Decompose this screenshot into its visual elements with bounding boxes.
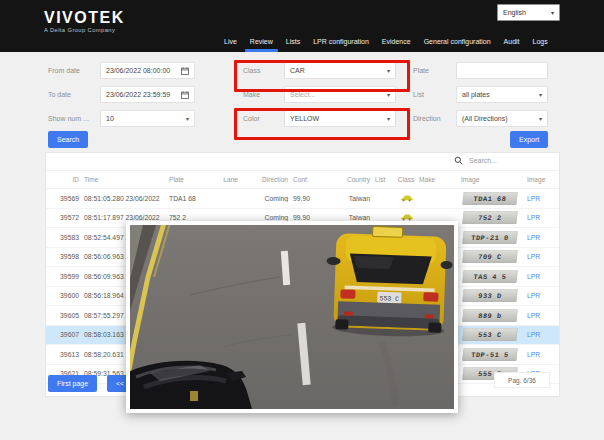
filter-col-dates: From date23/06/2022 08:00:00To date23/06… <box>48 62 195 134</box>
cell-plate-image: TDA1 68 <box>461 192 527 205</box>
cell-id: 39605 <box>46 312 84 319</box>
list-value: all plates <box>462 91 490 98</box>
cell-id: 39598 <box>46 253 84 260</box>
export-button[interactable]: Export <box>510 131 548 148</box>
lpr-link[interactable]: LPR <box>527 351 540 358</box>
color-value: YELLOW <box>290 115 319 122</box>
direction-value: (All Directions) <box>462 115 508 122</box>
cell-plate-image: 889 b <box>461 309 527 322</box>
table-header-row: IDTimePlateLaneDirectionConf.CountryList… <box>46 170 559 189</box>
list-select[interactable]: all plates▾ <box>456 86 548 103</box>
cell-plate-image: 933 D <box>461 289 527 302</box>
yellow-car-icon <box>393 194 419 203</box>
cell-lpr: LPR <box>527 351 560 358</box>
to-date-label: To date <box>48 91 100 98</box>
cell-plate-image: TAS 4 5 <box>461 270 527 283</box>
plate-crop-thumbnail[interactable]: TAS 4 5 <box>462 270 517 283</box>
to-date-value: 23/06/2022 23:59:59 <box>106 91 170 98</box>
cell-lpr: LPR <box>527 253 560 260</box>
calendar-icon[interactable] <box>181 91 189 99</box>
nav-tab-live[interactable]: Live <box>224 38 237 52</box>
lpr-link[interactable]: LPR <box>527 312 540 319</box>
yellow-taxi: 553 C <box>324 225 454 338</box>
lpr-link[interactable]: LPR <box>527 292 540 299</box>
road-snapshot-image: 553 C <box>130 225 454 409</box>
cell-id: 39569 <box>46 195 84 202</box>
color-select[interactable]: YELLOW▾ <box>284 110 396 127</box>
language-select[interactable]: English ▾ <box>497 4 560 21</box>
lpr-link[interactable]: LPR <box>527 214 540 221</box>
table-row[interactable]: 3956908:51:05.280 23/06/2022TDA1 68Comin… <box>46 189 559 209</box>
chevron-down-icon: ▾ <box>387 91 390 98</box>
col-header-direction: Direction <box>243 176 293 183</box>
col-header-class: Class <box>393 176 419 183</box>
col-header-time: Time <box>84 176 169 183</box>
calendar-icon[interactable] <box>181 67 189 75</box>
nav-tab-lpr-configuration[interactable]: LPR configuration <box>313 38 369 52</box>
brand-tagline: A Delta Group Company <box>44 27 125 33</box>
plate-crop-thumbnail[interactable]: TDP-21 0 <box>462 231 517 244</box>
lpr-link[interactable]: LPR <box>527 195 540 202</box>
from-date-label: From date <box>48 67 100 74</box>
taxi-plate-text: 553 C <box>379 295 399 303</box>
top-header: VIVOTEK A Delta Group Company English ▾ … <box>0 0 604 52</box>
lpr-link[interactable]: LPR <box>527 331 540 338</box>
plate-crop-thumbnail[interactable]: 889 b <box>462 309 517 322</box>
chevron-down-icon: ▾ <box>539 91 542 98</box>
brand-name: VIVOTEK <box>44 9 125 26</box>
nav-tab-logs[interactable]: Logs <box>533 38 548 52</box>
cell-id: 39599 <box>46 273 84 280</box>
cell-plate-image: TDP-51 5 <box>461 348 527 361</box>
class-value: CAR <box>290 67 305 74</box>
show-num-select[interactable]: 10▾ <box>100 110 195 127</box>
plate-input[interactable] <box>456 62 548 79</box>
from-date-value: 23/06/2022 08:00:00 <box>106 67 170 74</box>
table-search-input[interactable] <box>467 156 551 165</box>
plate-crop-thumbnail[interactable]: 709 C <box>462 250 517 263</box>
nav-tab-review[interactable]: Review <box>250 38 273 52</box>
cell-id: 39607 <box>46 331 84 338</box>
search-button[interactable]: Search <box>48 131 88 148</box>
lpr-review-app: VIVOTEK A Delta Group Company English ▾ … <box>0 0 604 440</box>
cell-id: 39600 <box>46 292 84 299</box>
table-search-bar <box>46 153 559 171</box>
cell-lpr: LPR <box>527 195 560 202</box>
page-indicator: Pag. 6/36 <box>494 372 550 388</box>
to-date-date-input[interactable]: 23/06/2022 23:59:59 <box>100 86 195 103</box>
filter-col-vehicle: ClassCAR▾MakeSelect...▾ColorYELLOW▾ <box>243 62 396 134</box>
lpr-link[interactable]: LPR <box>527 253 540 260</box>
cell-lpr: LPR <box>527 312 560 319</box>
from-date-date-input[interactable]: 23/06/2022 08:00:00 <box>100 62 195 79</box>
cell-plate-image: 553 C <box>461 328 527 341</box>
make-label: Make <box>243 91 284 98</box>
first-page-button[interactable]: First page <box>48 375 97 392</box>
search-icon <box>454 156 463 165</box>
chevron-down-icon: ▾ <box>186 115 189 122</box>
nav-tab-lists[interactable]: Lists <box>286 38 300 52</box>
lpr-link[interactable]: LPR <box>527 234 540 241</box>
plate-crop-thumbnail[interactable]: 752 2 <box>462 211 517 224</box>
col-header-lane: Lane <box>217 176 243 183</box>
plate-crop-thumbnail[interactable]: 933 D <box>462 289 517 302</box>
cell-lpr: LPR <box>527 214 560 221</box>
lpr-link[interactable]: LPR <box>527 273 540 280</box>
cell-time: 08:51:05.280 23/06/2022 <box>84 195 169 202</box>
nav-tab-general-configuration[interactable]: General configuration <box>424 38 491 52</box>
list-label: List <box>413 91 456 98</box>
direction-select[interactable]: (All Directions)▾ <box>456 110 548 127</box>
cell-direction: Coming <box>243 195 293 202</box>
make-select[interactable]: Select...▾ <box>284 86 396 103</box>
vehicle-snapshot-popup[interactable]: 553 C <box>126 221 458 413</box>
plate-crop-thumbnail[interactable]: TDA1 68 <box>462 192 517 205</box>
col-header-conf: Conf. <box>293 176 327 183</box>
col-header-list: List <box>375 176 393 183</box>
chevron-down-icon: ▾ <box>551 9 554 16</box>
class-select[interactable]: CAR▾ <box>284 62 396 79</box>
language-value: English <box>503 9 526 16</box>
nav-tab-audit[interactable]: Audit <box>504 38 520 52</box>
nav-tab-evidence[interactable]: Evidence <box>382 38 411 52</box>
cell-lpr: LPR <box>527 234 560 241</box>
plate-crop-thumbnail[interactable]: 553 C <box>462 328 517 341</box>
chevron-down-icon: ▾ <box>387 67 390 74</box>
plate-crop-thumbnail[interactable]: TDP-51 5 <box>462 348 517 361</box>
